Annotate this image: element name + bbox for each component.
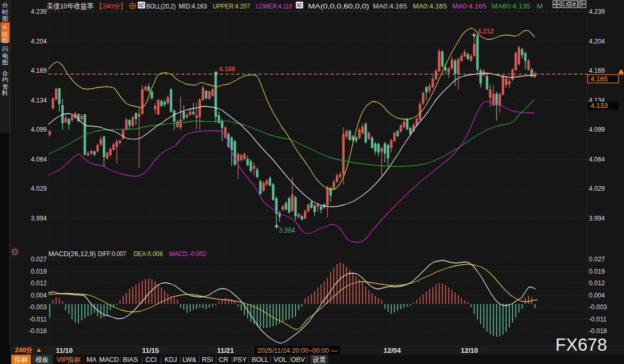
svg-text:K: K bbox=[3, 24, 7, 30]
svg-text:MA: MA bbox=[87, 356, 97, 363]
svg-text:图: 图 bbox=[2, 15, 9, 22]
svg-text:4.029: 4.029 bbox=[31, 185, 47, 192]
svg-text:指标: 指标 bbox=[14, 356, 28, 363]
svg-text:0.027: 0.027 bbox=[31, 256, 47, 263]
svg-text:0.027: 0.027 bbox=[589, 256, 605, 263]
svg-text:CR: CR bbox=[219, 356, 228, 363]
svg-text:DEA:0.008: DEA:0.008 bbox=[134, 250, 163, 258]
svg-text:-0.018: -0.018 bbox=[589, 327, 607, 335]
svg-text:MA(0,0,0,60,0,0): MA(0,0,0,60,0,0) bbox=[308, 2, 369, 10]
svg-text:RSI: RSI bbox=[202, 356, 213, 363]
svg-text:4.204: 4.204 bbox=[589, 38, 605, 45]
svg-text:分: 分 bbox=[2, 2, 9, 9]
svg-text:料: 料 bbox=[2, 90, 9, 96]
svg-text:4.099: 4.099 bbox=[31, 126, 47, 133]
svg-text:11/15: 11/15 bbox=[142, 346, 159, 354]
svg-text:BOLL: BOLL bbox=[252, 356, 269, 363]
svg-text:3.994: 3.994 bbox=[589, 215, 605, 222]
svg-text:线: 线 bbox=[2, 31, 9, 37]
svg-text:合: 合 bbox=[2, 70, 9, 77]
svg-text:MA0:4.165: MA0:4.165 bbox=[373, 2, 407, 10]
svg-text:MACD: MACD bbox=[99, 356, 119, 363]
svg-text:-0.011: -0.011 bbox=[589, 316, 606, 323]
svg-text:M: M bbox=[537, 2, 543, 10]
svg-text:-0.011: -0.011 bbox=[29, 316, 47, 323]
svg-text:OBV: OBV bbox=[291, 356, 305, 363]
svg-text:11/21: 11/21 bbox=[217, 346, 234, 354]
svg-text:UPPER:4.207: UPPER:4.207 bbox=[213, 2, 250, 10]
svg-text:11/10: 11/10 bbox=[56, 346, 73, 354]
svg-text:4.064: 4.064 bbox=[589, 156, 605, 163]
svg-text:LOWER:4.119: LOWER:4.119 bbox=[256, 2, 292, 10]
svg-text:DIFF:0.007: DIFF:0.007 bbox=[98, 250, 126, 258]
svg-text:图: 图 bbox=[2, 59, 9, 65]
svg-text:MA0:4.165: MA0:4.165 bbox=[413, 2, 447, 10]
svg-text:BIAS: BIAS bbox=[123, 356, 138, 363]
svg-text:PSY: PSY bbox=[233, 356, 247, 363]
svg-text:0.012: 0.012 bbox=[589, 280, 605, 287]
svg-text:3.984: 3.984 bbox=[279, 226, 295, 234]
svg-text:3.994: 3.994 bbox=[31, 215, 47, 222]
svg-text:0.019: 0.019 bbox=[589, 268, 605, 275]
svg-text:4.133: 4.133 bbox=[590, 101, 608, 109]
svg-text:FX678: FX678 bbox=[555, 335, 607, 354]
svg-text:4.134: 4.134 bbox=[31, 97, 47, 104]
svg-text:MA60:4.135: MA60:4.135 bbox=[492, 2, 530, 10]
svg-text:MACD:-0.002: MACD:-0.002 bbox=[169, 250, 206, 258]
svg-text:-0.003: -0.003 bbox=[29, 303, 47, 311]
svg-text:LW&: LW& bbox=[182, 356, 197, 363]
svg-text:设置: 设置 bbox=[313, 356, 327, 363]
svg-text:4.204: 4.204 bbox=[31, 38, 47, 45]
svg-text:【240分】: 【240分】 bbox=[96, 2, 127, 10]
svg-text:时: 时 bbox=[2, 9, 9, 15]
svg-text:4.165: 4.165 bbox=[590, 75, 608, 83]
svg-text:2025/11/24 20:00~00:00 —: 2025/11/24 20:00~00:00 — bbox=[257, 346, 337, 354]
svg-text:电: 电 bbox=[2, 53, 9, 59]
svg-text:12/04: 12/04 bbox=[384, 346, 401, 354]
svg-text:BOLL(20,2): BOLL(20,2) bbox=[146, 2, 176, 10]
svg-text:4.099: 4.099 bbox=[589, 126, 605, 133]
svg-text:4.212: 4.212 bbox=[478, 27, 494, 35]
svg-text:4.239: 4.239 bbox=[31, 8, 47, 15]
svg-text:MID:4.163: MID:4.163 bbox=[179, 2, 207, 10]
svg-text:VIP指标: VIP指标 bbox=[56, 356, 81, 363]
svg-text:资: 资 bbox=[2, 83, 9, 90]
svg-text:MACD(26,12,9): MACD(26,12,9) bbox=[48, 250, 96, 258]
svg-text:4.064: 4.064 bbox=[31, 156, 47, 163]
svg-text:-0.003: -0.003 bbox=[589, 303, 607, 311]
svg-text:约: 约 bbox=[2, 77, 9, 83]
svg-text:美债10年收益率: 美债10年收益率 bbox=[47, 2, 94, 10]
svg-text:-0.018: -0.018 bbox=[29, 327, 47, 335]
svg-text:闪: 闪 bbox=[2, 46, 9, 52]
svg-text:0.004: 0.004 bbox=[589, 292, 605, 299]
svg-text:模板: 模板 bbox=[35, 356, 49, 363]
svg-text:4.239: 4.239 bbox=[589, 8, 605, 15]
svg-text:4.169: 4.169 bbox=[589, 67, 605, 74]
svg-text:0.004: 0.004 bbox=[31, 292, 47, 299]
svg-text:4.029: 4.029 bbox=[589, 185, 605, 192]
svg-text:0.012: 0.012 bbox=[31, 280, 47, 287]
svg-text:VOL: VOL bbox=[273, 356, 287, 363]
svg-text:240分: 240分 bbox=[15, 346, 33, 354]
svg-text:0.019: 0.019 bbox=[31, 268, 47, 275]
svg-text:图: 图 bbox=[2, 37, 9, 44]
svg-text:KDJ: KDJ bbox=[164, 356, 177, 363]
svg-text:4.166: 4.166 bbox=[219, 65, 236, 73]
svg-text:MA0:4.165: MA0:4.165 bbox=[452, 2, 486, 10]
svg-text:CCI: CCI bbox=[145, 356, 157, 363]
svg-text:12/10: 12/10 bbox=[461, 346, 478, 354]
svg-text:4.169: 4.169 bbox=[31, 67, 47, 74]
